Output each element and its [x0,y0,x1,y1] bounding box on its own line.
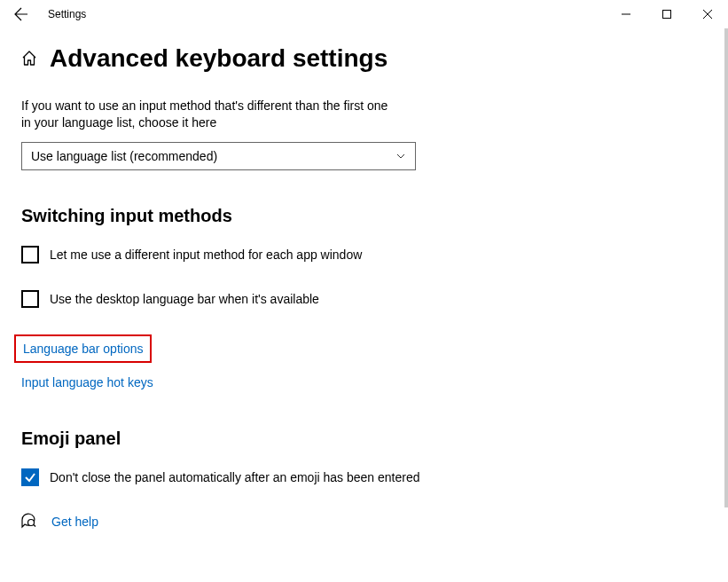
override-description: If you want to use an input method that'… [21,98,394,131]
per-app-input-label: Let me use a different input method for … [50,248,362,262]
desktop-language-bar-label: Use the desktop language bar when it's a… [50,292,319,306]
home-icon[interactable] [21,51,37,67]
page-title: Advanced keyboard settings [50,44,387,73]
dropdown-value: Use language list (recommended) [31,149,217,163]
chevron-down-icon [395,151,406,161]
emoji-panel-autoclose-checkbox[interactable] [21,468,39,486]
close-icon [703,10,712,19]
get-help-link[interactable]: Get help [51,515,98,529]
svg-point-1 [28,519,35,525]
close-button[interactable] [687,0,728,28]
input-language-hotkeys-link[interactable]: Input language hot keys [21,375,153,389]
title-bar: Settings [0,0,728,28]
emoji-panel-heading: Emoji panel [21,429,707,449]
switching-input-methods-heading: Switching input methods [21,206,707,226]
back-button[interactable] [4,0,39,28]
svg-rect-0 [663,11,671,19]
minimize-icon [622,10,630,19]
minimize-button[interactable] [606,0,646,28]
app-title: Settings [48,8,86,20]
vertical-scrollbar[interactable] [724,28,728,507]
emoji-panel-autoclose-label: Don't close the panel automatically afte… [50,470,419,484]
language-bar-options-link[interactable]: Language bar options [14,334,152,363]
help-icon [21,513,37,531]
back-arrow-icon [14,7,28,21]
input-method-dropdown[interactable]: Use language list (recommended) [21,142,416,170]
desktop-language-bar-checkbox[interactable] [21,290,39,308]
maximize-button[interactable] [646,0,687,28]
per-app-input-checkbox[interactable] [21,246,39,263]
content-area: Advanced keyboard settings If you want t… [0,28,728,531]
maximize-icon [662,10,671,19]
